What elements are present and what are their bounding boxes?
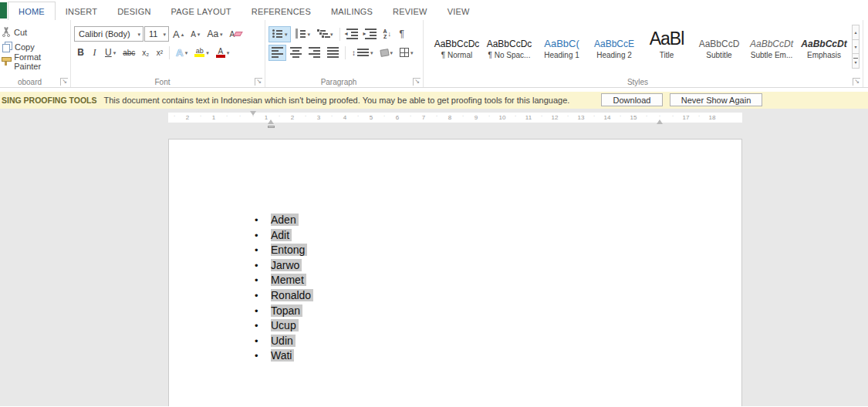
sort-a-letter: A [383, 29, 387, 34]
justify-button[interactable] [324, 45, 342, 61]
document-canvas: ·2·1···1·2·3·4·5·6·7·8·9·10·11·12·13·14·… [0, 109, 868, 406]
style-name: Subtitle [694, 51, 744, 59]
sort-button[interactable]: A Z ↓ [380, 26, 395, 42]
font-name-select[interactable]: Calibri (Body) ▾ [74, 26, 144, 42]
file-tab-stub[interactable] [0, 2, 7, 18]
shading-button[interactable]: ▾ [377, 45, 397, 61]
never-show-again-button[interactable]: Never Show Again [670, 93, 762, 106]
styles-dialog-launcher-icon[interactable]: ↘ [853, 78, 860, 86]
tab-view[interactable]: VIEW [437, 2, 480, 20]
clipboard-dialog-launcher-icon[interactable]: ↘ [60, 78, 68, 86]
shrink-font-button[interactable]: A ▾ [187, 26, 203, 42]
bold-button[interactable]: B [74, 45, 87, 61]
proofing-bar-title: SING PROOFING TOOLS [2, 96, 96, 105]
style-heading-1[interactable]: AaBbC( Heading 1 [536, 25, 587, 68]
list-item[interactable]: •Entong [169, 243, 741, 258]
chevron-down-icon: ▾ [227, 50, 230, 56]
underline-button[interactable]: U ▾ [102, 45, 119, 61]
bullets-button[interactable]: ▾ [269, 26, 291, 42]
tab-mailings[interactable]: MAILINGS [321, 2, 383, 20]
align-right-button[interactable] [306, 45, 323, 61]
decrease-indent-button[interactable] [343, 26, 361, 42]
align-left-button[interactable] [269, 45, 286, 61]
list-item[interactable]: •Jarwo [169, 258, 741, 274]
tab-page-layout[interactable]: PAGE LAYOUT [161, 2, 241, 20]
ruler-number: 11 [525, 114, 532, 122]
bulleted-list: •Aden •Adit •Entong •Jarwo •Memet •Ronal… [169, 213, 741, 364]
ruler-tick: · [279, 113, 281, 120]
styles-scroll-down-button[interactable]: ▾ [852, 39, 860, 55]
align-center-button[interactable] [287, 45, 305, 61]
style-sample: AaBl [642, 26, 691, 49]
list-item-text: Adit [271, 229, 292, 241]
ruler-number: 18 [709, 114, 716, 122]
ruler-tick: · [541, 113, 543, 120]
sort-z-letter: Z [383, 34, 387, 39]
format-painter-button[interactable]: Format Painter [2, 54, 67, 69]
borders-button[interactable]: ▾ [397, 45, 417, 61]
tab-references[interactable]: REFERENCES [241, 2, 321, 20]
ruler-number: 12 [552, 114, 559, 122]
bullet-glyph: • [255, 304, 258, 319]
style-emphasis[interactable]: AaBbCcDt Emphasis [799, 25, 849, 68]
multilevel-list-button[interactable]: ▾ [314, 26, 336, 42]
superscript-button[interactable]: x² [153, 45, 166, 61]
style-subtle-emphasis[interactable]: AaBbCcDt Subtle Em... [746, 25, 797, 68]
bullet-glyph: • [255, 334, 258, 349]
list-item[interactable]: •Aden [169, 213, 741, 228]
tab-insert[interactable]: INSERT [56, 2, 107, 20]
hanging-indent-marker[interactable] [268, 119, 274, 124]
eraser-icon [234, 32, 243, 36]
font-color-button[interactable]: A ▾ [213, 45, 233, 61]
style-name: Heading 2 [589, 51, 639, 59]
strikethrough-button[interactable]: abc [120, 45, 138, 61]
paragraph-dialog-launcher-icon[interactable]: ↘ [413, 78, 420, 86]
numbered-list-icon [295, 29, 306, 40]
list-item[interactable]: •Ucup [169, 318, 741, 334]
cut-label: Cut [14, 28, 27, 37]
clear-formatting-button[interactable]: A [227, 26, 245, 42]
numbering-button[interactable]: ▾ [292, 26, 314, 42]
list-item-text: Memet [271, 274, 306, 286]
chevron-down-icon: ▾ [185, 50, 188, 56]
ruler-tick: · [331, 113, 333, 120]
cut-button[interactable]: Cut [2, 25, 67, 39]
styles-gallery-more-button[interactable]: ▾ [852, 53, 860, 69]
line-spacing-button[interactable]: ↕ ▾ [349, 45, 377, 61]
font-dialog-launcher-icon[interactable]: ↘ [255, 78, 262, 86]
show-hide-paragraph-marks-button[interactable]: ¶ [395, 26, 408, 42]
tab-design[interactable]: DESIGN [107, 2, 160, 20]
ruler-tick: · [383, 113, 386, 120]
tab-review[interactable]: REVIEW [383, 2, 437, 20]
subscript-button[interactable]: x₂ [139, 45, 152, 61]
grow-font-button[interactable]: A ▴ [170, 26, 187, 42]
styles-scroll-up-button[interactable]: ▴ [852, 25, 860, 40]
ruler-number: 2 [291, 114, 294, 122]
tab-home[interactable]: HOME [8, 2, 56, 20]
left-indent-marker[interactable] [268, 126, 275, 129]
bullet-glyph: • [255, 273, 258, 288]
list-item[interactable]: •Ronaldo [169, 288, 741, 304]
list-item[interactable]: •Memet [169, 273, 741, 288]
style-name: Emphasis [799, 51, 849, 59]
list-item[interactable]: •Udin [169, 334, 741, 349]
download-button[interactable]: Download [601, 93, 663, 106]
list-item[interactable]: •Wati [169, 348, 741, 364]
list-item-text: Udin [271, 335, 296, 347]
font-size-select[interactable]: 11 ▾ [144, 26, 169, 42]
style-no-spacing[interactable]: AaBbCcDc ¶ No Spac... [484, 25, 535, 68]
change-case-button[interactable]: Aa ▾ [204, 26, 225, 42]
list-item-text: Topan [271, 304, 302, 317]
list-item[interactable]: •Adit [169, 228, 741, 244]
style-heading-2[interactable]: AaBbCcE Heading 2 [589, 25, 640, 68]
increase-indent-icon [365, 29, 377, 40]
text-effects-button[interactable]: A ▾ [173, 45, 191, 61]
ribbon-tab-bar: HOME INSERT DESIGN PAGE LAYOUT REFERENCE… [0, 0, 868, 20]
text-highlight-color-button[interactable]: ab ▾ [191, 45, 212, 61]
style-normal[interactable]: AaBbCcDc ¶ Normal [431, 25, 482, 68]
style-title[interactable]: AaBl Title [641, 25, 692, 68]
list-item[interactable]: •Topan [169, 304, 741, 319]
increase-indent-button[interactable] [362, 26, 380, 42]
italic-button[interactable]: I [88, 45, 101, 61]
style-subtitle[interactable]: AaBbCcD Subtitle [694, 25, 745, 68]
